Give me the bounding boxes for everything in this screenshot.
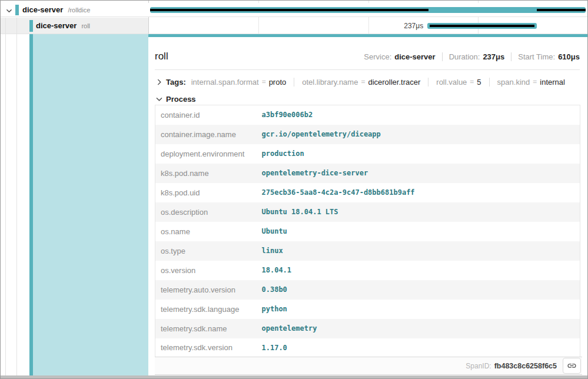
tag-item: internal.span.format=proto [190,78,294,87]
meta-label: Start Time: [518,52,555,61]
process-table-row: os.typelinux [155,241,580,261]
collapse-chevron-icon[interactable] [4,6,14,15]
critical-path-segment [430,25,535,27]
critical-path-segment [537,9,586,11]
process-table-row: os.nameUbuntu [155,222,580,241]
process-table-row: os.version18.04.1 [155,261,580,280]
process-table-row: telemetry.sdk.version1.17.0 [155,338,580,358]
span-bar-track [149,3,587,16]
process-key: telemetry.auto.version [155,280,262,300]
process-key: deployment.environment [155,144,262,164]
process-key: os.version [155,261,262,280]
span-operation-name: roll [81,22,90,29]
deep-link-button[interactable] [563,358,581,374]
tag-key: span.kind [497,78,530,87]
process-value: a3bf90e006b2 [262,105,580,125]
tag-equals: = [262,78,266,86]
process-key: os.description [155,202,262,222]
process-table-row: telemetry.sdk.languagepython [155,300,580,319]
tags-summary: internal.span.format=protootel.library.n… [190,78,573,87]
process-table-row: k8s.pod.uid275ecb36-5aa8-4c2a-9c47-d8bb6… [155,183,580,202]
tags-label[interactable]: Tags: [166,78,186,87]
tag-item: roll.value=5 [428,78,489,87]
tree-guide-line [16,34,17,376]
tag-value: proto [269,78,287,87]
process-table-row: os.descriptionUbuntu 18.04.1 LTS [155,202,580,222]
span-title: roll [155,51,168,62]
process-key: os.name [155,222,262,241]
process-key: k8s.pod.name [155,164,262,183]
tag-key: internal.span.format [191,78,259,87]
process-key: container.id [155,105,262,125]
chevron-down-icon[interactable] [155,97,163,102]
tag-equals: = [533,78,537,86]
process-key: container.image.name [155,125,262,144]
process-value: opentelemetry-dice-server [262,164,580,183]
process-value: Ubuntu 18.04.1 LTS [262,202,580,222]
tree-guide-line [5,34,6,376]
trace-detail-view: dice-server /rolldice dice-server roll 2… [0,0,588,379]
process-key: telemetry.sdk.language [155,300,262,319]
process-value: 1.17.0 [262,338,580,358]
process-value: 0.38b0 [262,280,580,300]
tag-key: roll.value [436,78,467,87]
span-duration-label: 237μs [404,22,427,30]
tag-value: internal [540,78,565,87]
process-table-row: telemetry.sdk.nameopentelemetry [155,319,580,338]
span-meta: Service:dice-serverDuration:237μsStart T… [364,52,580,61]
chevron-right-icon[interactable] [155,79,163,85]
meta-value: 237μs [483,52,504,61]
process-table-row: container.image.namegcr.io/opentelemetry… [155,125,580,144]
process-table-row: container.ida3bf90e006b2 [155,105,580,125]
span-detail-header: roll Service:dice-serverDuration:237μsSt… [155,44,580,69]
span-operation-name: /rolldice [68,6,90,14]
meta-item: Start Time:610μs [518,52,580,61]
process-value: linux [262,241,580,261]
span-service-name: dice-server [36,21,77,30]
selected-span-highlight [33,34,148,376]
span-row-label[interactable]: dice-server /rolldice [1,3,148,16]
critical-path-segment [150,9,428,11]
process-label[interactable]: Process [166,95,196,104]
tag-equals: = [361,78,365,86]
process-value: opentelemetry [262,319,580,338]
span-bar-track: 237μs [149,18,587,34]
meta-item: Service:dice-server [364,52,435,61]
span-row-label[interactable]: dice-server roll [1,18,148,34]
spanid-label: SpanID: [466,362,491,370]
span-color-bar [29,20,33,32]
process-value: gcr.io/opentelemetry/diceapp [262,125,580,144]
span-row-roll[interactable]: dice-server roll 237μs [1,18,587,34]
span-timeline-rows: dice-server /rolldice dice-server roll 2… [1,1,587,34]
meta-label: Service: [364,52,391,61]
process-value: 275ecb36-5aa8-4c2a-9c47-d8bb681b9aff [262,183,580,202]
tag-equals: = [470,78,474,86]
header-divider [155,69,580,70]
tag-value: diceroller.tracer [368,78,420,87]
tag-value: 5 [477,78,481,87]
selected-span-left-pane [1,34,148,376]
process-value: Ubuntu [262,222,580,241]
process-table-row: deployment.environmentproduction [155,144,580,164]
window-bottom-edge [1,375,587,378]
tags-section-toggle[interactable]: Tags: internal.span.format=protootel.lib… [155,74,580,90]
process-key-value-table: container.ida3bf90e006b2container.image.… [155,105,580,358]
process-value: production [262,144,580,164]
meta-value: dice-server [394,52,435,61]
meta-divider [442,52,443,61]
spanid-value: fb483c8c6258f6c5 [494,362,557,370]
process-key: telemetry.sdk.version [155,338,262,358]
process-table-row: k8s.pod.nameopentelemetry-dice-server [155,164,580,183]
span-service-name: dice-server [22,5,63,14]
span-row-rolldice[interactable]: dice-server /rolldice [1,3,587,17]
span-color-bar [15,5,19,15]
process-key: telemetry.sdk.name [155,319,262,338]
process-value: python [262,300,580,319]
meta-divider [511,52,511,61]
process-section-toggle[interactable]: Process [155,93,196,105]
process-value: 18.04.1 [262,261,580,280]
meta-value: 610μs [558,52,580,61]
span-detail-footer: SpanID: fb483c8c6258f6c5 [155,357,582,375]
process-key: os.type [155,241,262,261]
tag-key: otel.library.name [302,78,358,87]
